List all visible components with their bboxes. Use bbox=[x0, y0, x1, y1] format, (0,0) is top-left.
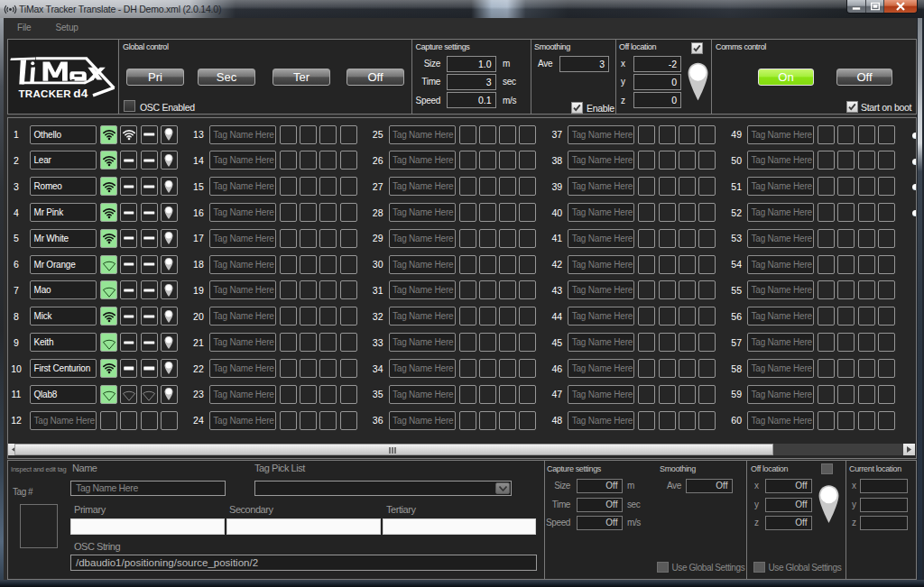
svg-text:TRACKERd4: TRACKERd4 bbox=[18, 87, 88, 100]
